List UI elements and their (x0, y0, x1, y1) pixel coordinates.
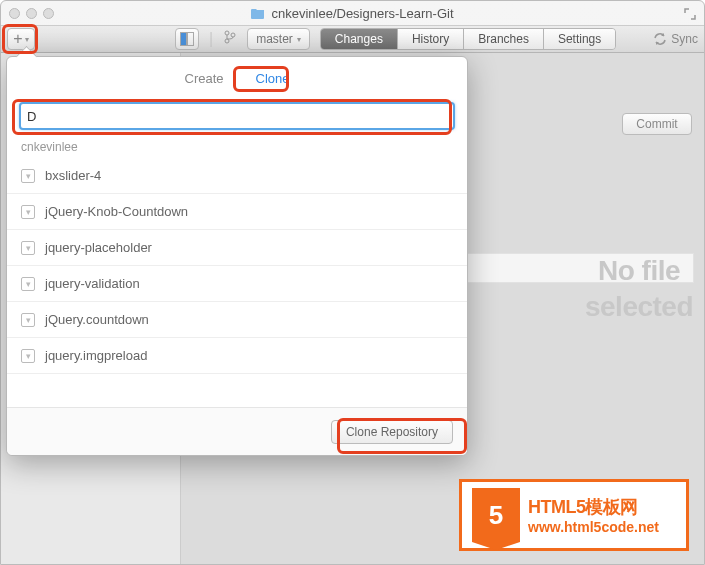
no-file-selected-label: No file selected (584, 253, 694, 326)
plus-icon: + (13, 31, 22, 47)
folder-icon (251, 7, 265, 19)
repo-list-item[interactable]: ▾jquery-validation (7, 266, 467, 302)
repo-name: bxslider-4 (45, 168, 101, 183)
caret-down-icon: ▾ (297, 35, 301, 44)
repo-name: jquery.imgpreload (45, 348, 147, 363)
view-tabs: Changes History Branches Settings (320, 28, 616, 50)
repo-name: jquery-validation (45, 276, 140, 291)
add-repo-popover: Create Clone D cnkevinlee ▾bxslider-4▾jQ… (6, 56, 468, 456)
repo-group-owner: cnkevinlee (7, 130, 467, 158)
tab-changes[interactable]: Changes (321, 29, 398, 49)
split-pane-icon (180, 32, 194, 46)
repo-list-item[interactable]: ▾jquery-placeholder (7, 230, 467, 266)
tab-branches[interactable]: Branches (464, 29, 544, 49)
sync-button[interactable]: Sync (653, 32, 698, 46)
repo-list-item[interactable]: ▾jQuery-Knob-Countdown (7, 194, 467, 230)
commit-button[interactable]: Commit (622, 113, 692, 135)
toolbar: + ▾ | master ▾ Changes History Branches … (1, 25, 704, 53)
repo-list-item[interactable]: ▾jquery.imgpreload (7, 338, 467, 374)
branch-icon (223, 29, 237, 49)
repo-name: jQuery.countdown (45, 312, 149, 327)
watermark-text: HTML5模板网 www.html5code.net (528, 495, 659, 535)
repo-name: jQuery-Knob-Countdown (45, 204, 188, 219)
close-dot[interactable] (9, 8, 20, 19)
popover-footer: Clone Repository (7, 407, 467, 455)
titlebar: cnkevinlee/Designers-Learn-Git (1, 1, 704, 25)
repo-icon: ▾ (21, 277, 35, 291)
repo-icon: ▾ (21, 349, 35, 363)
repo-search-input[interactable]: D (19, 102, 455, 130)
branch-name: master (256, 32, 293, 46)
repo-list-item[interactable]: ▾jQuery.countdown (7, 302, 467, 338)
repo-icon: ▾ (21, 169, 35, 183)
zoom-dot[interactable] (43, 8, 54, 19)
watermark: 5 HTML5模板网 www.html5code.net (459, 479, 689, 551)
divider: | (209, 30, 213, 48)
repo-list[interactable]: ▾bxslider-4▾jQuery-Knob-Countdown▾jquery… (7, 158, 467, 374)
repo-list-item[interactable]: ▾bxslider-4 (7, 158, 467, 194)
caret-down-icon: ▾ (25, 35, 29, 44)
tab-history[interactable]: History (398, 29, 464, 49)
minimize-dot[interactable] (26, 8, 37, 19)
tab-clone[interactable]: Clone (252, 69, 294, 88)
repo-icon: ▾ (21, 313, 35, 327)
repo-icon: ▾ (21, 241, 35, 255)
add-repo-button[interactable]: + ▾ (7, 28, 35, 50)
fullscreen-icon[interactable] (684, 6, 696, 24)
tab-create[interactable]: Create (181, 69, 228, 88)
traffic-lights (9, 8, 54, 19)
repo-icon: ▾ (21, 205, 35, 219)
popover-tabs: Create Clone (7, 57, 467, 102)
tab-settings[interactable]: Settings (544, 29, 615, 49)
html5-logo-icon: 5 (472, 488, 520, 542)
clone-repository-button[interactable]: Clone Repository (331, 420, 453, 444)
search-value: D (27, 109, 36, 124)
sync-icon (653, 32, 667, 46)
layout-toggle-button[interactable] (175, 28, 199, 50)
branch-selector[interactable]: master ▾ (247, 28, 310, 50)
repo-name: jquery-placeholder (45, 240, 152, 255)
window-title: cnkevinlee/Designers-Learn-Git (271, 6, 453, 21)
